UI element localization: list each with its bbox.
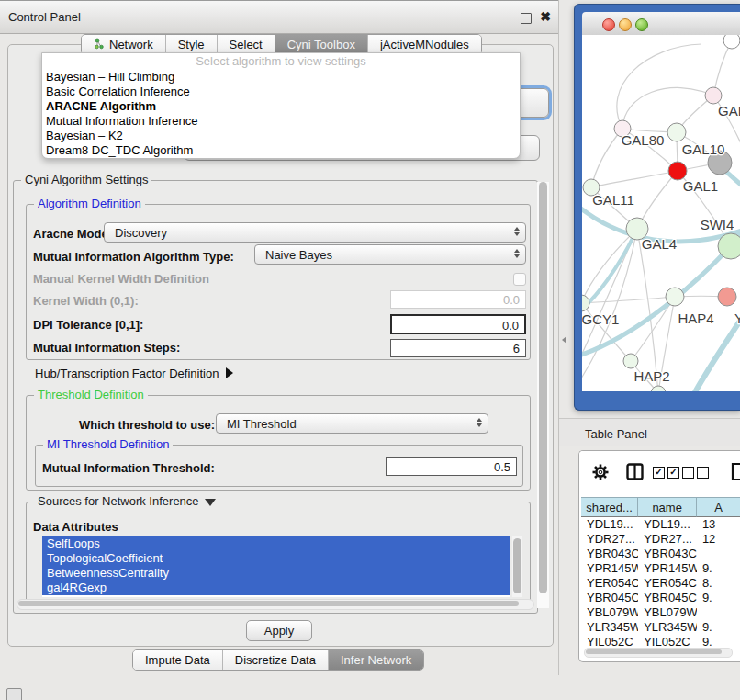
dropdown-item[interactable]: ARACNE Algorithm [42,99,520,114]
network-edge[interactable] [582,229,637,366]
close-traffic-light-icon[interactable] [602,18,615,31]
tab-impute-data[interactable]: Impute Data [133,650,223,670]
table-cell[interactable] [697,605,740,620]
column-header[interactable]: name [638,497,697,517]
collapsed-panel-icon[interactable] [6,688,22,700]
table-row[interactable]: YBR043CYBR043C [581,547,740,561]
table-cell[interactable]: 13 [697,517,740,532]
scrollbar-thumb[interactable] [539,182,547,593]
network-node-red-hub[interactable] [668,162,687,180]
network-node-HAP4[interactable] [666,288,684,306]
dpi-tolerance-field[interactable]: 0.0 [390,314,526,334]
table-cell[interactable]: YDR27... [638,532,697,547]
table-cell[interactable]: YDL19... [638,517,697,532]
attribute-item[interactable]: SelfLoops [42,536,510,551]
gear-icon[interactable] [592,464,609,484]
table-row[interactable]: YER054CYER054C8. [581,576,740,591]
select-all-checkboxes-icon[interactable]: ✓ ✓ [653,467,679,479]
network-edge[interactable] [591,129,622,187]
tab-jactivemnodules[interactable]: jActiveMNodules [368,35,481,54]
attribute-item[interactable]: gal4RGexp [42,581,510,595]
tab-discretize-data[interactable]: Discretize Data [223,650,329,670]
network-node-top-partial[interactable] [723,35,740,49]
scrollbar-thumb[interactable] [586,649,722,654]
network-edge[interactable] [622,87,713,129]
table-row[interactable]: YPR145WYPR145W9. [581,561,740,576]
table-cell[interactable]: YDL19... [581,517,638,532]
table-cell[interactable] [697,547,740,561]
table-cell[interactable]: 8. [697,576,740,591]
table-cell[interactable]: 9. [697,561,740,576]
table-cell[interactable]: YER054C [638,576,697,591]
table-horizontal-scrollbar[interactable] [584,648,733,658]
network-edge[interactable] [591,171,678,187]
aracne-mode-combo[interactable]: Discovery [104,222,526,243]
dropdown-item[interactable]: Basic Correlation Inference [42,85,520,99]
close-icon[interactable]: ✖ [540,9,551,24]
table-row[interactable]: YDL19...YDL19...13 [581,517,740,532]
table-row[interactable]: YBR045CYBR045C9. [581,591,740,605]
zoom-traffic-light-icon[interactable] [635,18,648,31]
attribute-item[interactable]: TopologicalCoefficient [42,551,510,566]
network-edge[interactable] [617,44,701,129]
network-node-HAP2[interactable] [623,354,638,368]
table-row[interactable]: YBL079WYBL079W [581,605,740,620]
tab-style[interactable]: Style [166,35,218,54]
split-columns-icon[interactable] [626,463,644,484]
table-cell[interactable]: YLR345W [581,620,638,635]
float-window-icon[interactable] [521,13,532,24]
network-node-gal-upper[interactable] [705,87,722,104]
scrollbar-thumb[interactable] [513,538,521,593]
dropdown-item[interactable]: Dream8 DC_TDC Algorithm [42,143,520,158]
table-cell[interactable]: YBR045C [581,591,638,605]
tab-cyni-toolbox[interactable]: Cyni Toolbox [275,35,368,54]
network-node-GCY1[interactable] [582,295,589,311]
settings-horizontal-scrollbar[interactable] [17,599,534,610]
settings-vertical-scrollbar[interactable] [537,182,549,608]
table-cell[interactable]: YER054C [581,576,638,591]
kernel-width-field[interactable]: 0.0 [390,290,526,309]
minimize-traffic-light-icon[interactable] [619,18,632,31]
table-cell[interactable]: YIL052C [581,635,638,647]
tab-network[interactable]: Network [82,35,166,54]
table-cell[interactable]: YBR045C [638,591,697,605]
hub-section-toggle[interactable]: Hub/Transcription Factor Definition [35,367,233,380]
table-row[interactable]: YDR27...YDR27...12 [581,532,740,547]
new-table-icon[interactable] [731,462,740,485]
table-row[interactable]: YLR345WYLR345W9. [581,620,740,635]
table-cell[interactable]: 12 [697,532,740,547]
dropdown-item[interactable]: Bayesian – K2 [42,129,520,143]
apply-button[interactable]: Apply [246,620,312,641]
scrollbar-thumb[interactable] [18,601,519,606]
table-cell[interactable]: YBR043C [638,547,697,561]
table-cell[interactable]: YIL052C [638,635,697,647]
dropdown-item[interactable]: Mutual Information Inference [42,114,520,129]
dropdown-item[interactable]: Bayesian – Hill Climbing [42,70,520,85]
column-header[interactable]: shared... [581,497,638,517]
table-cell[interactable]: YDR27... [581,532,638,547]
column-header[interactable]: A [697,497,740,517]
mi-steps-field[interactable]: 6 [390,339,526,357]
table-cell[interactable]: YPR145W [581,561,638,576]
network-edge[interactable] [582,297,675,303]
which-threshold-combo[interactable]: MI Threshold [216,413,488,434]
splitter-collapse-icon[interactable] [562,336,566,344]
network-node-SWI4[interactable] [718,233,740,259]
table-cell[interactable]: YBR043C [581,547,638,561]
table-cell[interactable]: YBL079W [581,605,638,620]
table-cell[interactable]: 9. [697,635,740,647]
table-cell[interactable]: 9. [697,620,740,635]
manual-kernel-checkbox[interactable] [513,273,526,286]
network-canvas[interactable]: GALGAL80GAL10GAL1GAL11GAL4SWI4GCY1HAP4YH… [582,35,740,391]
network-node-salmon-node[interactable] [718,288,736,306]
deselect-all-checkboxes-icon[interactable] [682,467,709,479]
table-cell[interactable]: YBL079W [638,605,697,620]
attributes-vertical-scrollbar[interactable] [512,536,522,597]
table-row[interactable]: YIL052CYIL052C9. [581,635,740,647]
sources-group-title[interactable]: Sources for Network Inference [34,494,219,508]
mi-threshold-field[interactable]: 0.5 [386,457,517,476]
network-node-GAL10[interactable] [667,123,686,141]
attribute-item[interactable]: BetweennessCentrality [42,566,510,581]
table-cell[interactable]: 9. [697,591,740,605]
table-cell[interactable]: YLR345W [638,620,697,635]
